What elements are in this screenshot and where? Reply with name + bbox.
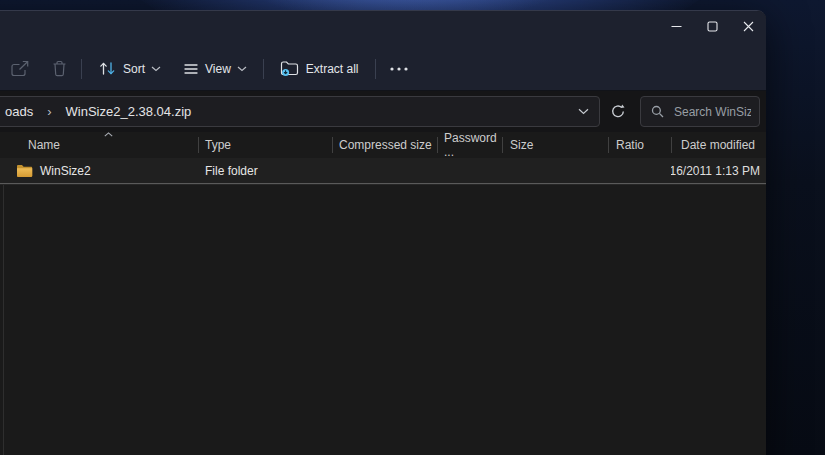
close-icon [743, 21, 754, 32]
breadcrumb-segment-downloads[interactable]: oads [5, 104, 33, 119]
column-label: Type [205, 138, 231, 152]
toolbar-separator [263, 59, 264, 79]
close-button[interactable] [730, 13, 766, 39]
toolbar-separator [81, 59, 82, 79]
file-password-cell [437, 158, 502, 183]
search-input[interactable] [672, 104, 753, 120]
address-dropdown-button[interactable] [574, 97, 593, 126]
row-divider-shadow [0, 184, 766, 185]
address-row: oads › WinSize2_2.38.04.zip [0, 91, 766, 132]
view-icon [183, 62, 199, 76]
view-button[interactable]: View [177, 58, 253, 80]
column-label: Password ... [444, 131, 502, 159]
view-label: View [205, 62, 231, 76]
column-label: Date modified [681, 138, 755, 152]
sort-button[interactable]: Sort [92, 57, 167, 80]
column-header-size[interactable]: Size [502, 132, 608, 158]
column-header-compressed-size[interactable]: Compressed size [332, 132, 437, 158]
file-list-pane: Name Type Compressed size Password ... S… [0, 132, 766, 455]
folder-icon [16, 164, 33, 178]
search-icon [651, 105, 664, 118]
refresh-icon [610, 103, 626, 119]
sort-ascending-icon [104, 132, 113, 137]
toolbar: Sort View Extract all [0, 47, 766, 91]
sort-icon [98, 61, 117, 76]
breadcrumb-chevron-icon[interactable]: › [47, 104, 51, 119]
extract-all-button[interactable]: Extract all [274, 56, 365, 81]
refresh-button[interactable] [606, 99, 630, 123]
file-name: WinSize2 [40, 164, 91, 178]
navigation-pane-splitter[interactable] [3, 185, 4, 455]
share-button[interactable] [6, 56, 34, 82]
address-bar[interactable]: oads › WinSize2_2.38.04.zip [0, 96, 600, 127]
file-ratio-cell [608, 158, 671, 183]
chevron-down-icon [151, 66, 161, 72]
more-icon [390, 67, 408, 71]
column-label: Ratio [616, 138, 644, 152]
share-icon [10, 60, 30, 78]
column-headers: Name Type Compressed size Password ... S… [0, 132, 766, 158]
extract-all-label: Extract all [306, 62, 359, 76]
window-controls [658, 13, 766, 39]
search-box [640, 96, 760, 127]
column-label: Size [510, 138, 533, 152]
titlebar [0, 11, 766, 47]
column-header-ratio[interactable]: Ratio [608, 132, 671, 158]
delete-icon [52, 60, 67, 77]
column-header-date-modified[interactable]: Date modified [671, 132, 766, 158]
column-label: Compressed size [339, 138, 432, 152]
maximize-button[interactable] [694, 13, 730, 39]
column-header-name[interactable]: Name [0, 132, 198, 158]
table-row[interactable]: WinSize2 File folder 6/16/2011 1:13 PM [0, 158, 766, 183]
sort-label: Sort [123, 62, 145, 76]
file-type-cell: File folder [198, 158, 332, 183]
explorer-window: Sort View Extract all [0, 10, 766, 455]
file-name-cell: WinSize2 [0, 158, 198, 183]
column-label: Name [28, 138, 60, 152]
breadcrumb-segment-zip[interactable]: WinSize2_2.38.04.zip [66, 104, 192, 119]
delete-button[interactable] [48, 56, 71, 81]
column-header-type[interactable]: Type [198, 132, 332, 158]
column-header-password[interactable]: Password ... [437, 132, 502, 158]
file-compressed-size-cell [332, 158, 437, 183]
minimize-icon [671, 21, 682, 32]
minimize-button[interactable] [658, 13, 694, 39]
maximize-icon [707, 21, 718, 32]
chevron-down-icon [237, 66, 247, 72]
chevron-down-icon [578, 108, 589, 115]
see-more-button[interactable] [386, 63, 412, 75]
extract-folder-icon [280, 60, 300, 77]
toolbar-separator [375, 59, 376, 79]
file-date-modified-cell: 6/16/2011 1:13 PM [671, 158, 766, 183]
file-size-cell [502, 158, 608, 183]
